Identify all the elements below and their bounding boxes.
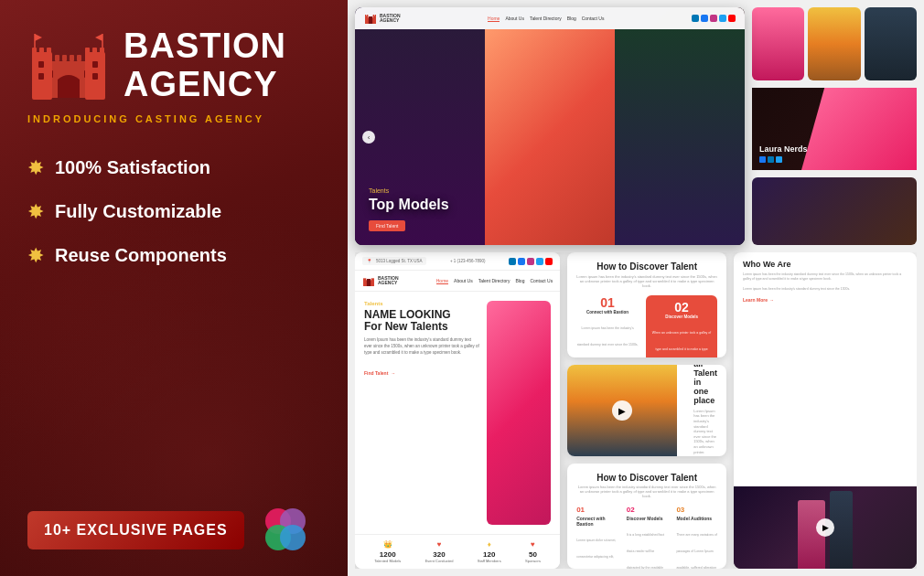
brand-name: BASTION AGENCY [124, 27, 286, 104]
who-we-are-title: Who We Are [734, 252, 917, 272]
svg-rect-13 [100, 48, 104, 55]
mini-nav-talent[interactable]: Talent Directory [530, 16, 562, 22]
discover-main-title: How to Discover Talent [576, 473, 717, 483]
website2-stats: 👑 1200 Talented Models ♥ 320 Event Condu… [355, 534, 560, 569]
staff-members-number: 120 [483, 550, 495, 559]
feature-reuse: ✸ Reuse Components [27, 244, 320, 268]
discover-main-desc: Lorem ipsum has been the industry standa… [576, 485, 717, 498]
w2-nav-contact[interactable]: Contact Us [530, 278, 553, 284]
preview-top: BASTIONAGENCY Home About Us Talent Direc… [355, 7, 917, 245]
w2-hero-title: NAME LOOKING For New Talents [364, 309, 479, 333]
three-step-3-desc: There are many variations of passages of… [676, 533, 717, 569]
hero-cta-button[interactable]: Find Talent [369, 220, 405, 231]
discover-title: How to Discover Talent [576, 261, 717, 272]
address-bar: 📍 5013 Logged St. TX USA [362, 257, 426, 265]
mini-nav-contact[interactable]: Contact Us [582, 16, 605, 22]
model-card-bg [801, 88, 917, 170]
w2-nav-about[interactable]: About Us [454, 278, 473, 284]
hero-prev-arrow[interactable]: ‹ [362, 131, 375, 144]
heart-icon-event: ♥ [437, 540, 442, 549]
feature-text-satisfaction: 100% Satisfaction [55, 157, 210, 178]
video-thumbnail: ▶ [567, 365, 677, 456]
website2-brand: BASTIONAGENCY [378, 276, 399, 286]
svg-rect-20 [38, 73, 44, 80]
w2-find-talent-btn[interactable]: Find Talent → [364, 370, 395, 376]
features-list: ✸ 100% Satisfaction ✸ Fully Customizable… [27, 156, 320, 268]
preview-side-col: Laura Nerds [752, 7, 917, 245]
svg-rect-1 [61, 82, 76, 98]
svg-rect-7 [32, 48, 37, 55]
step-1-number: 01 [576, 295, 639, 310]
video-desc: Lorem Ipsum has been the industry's stan… [693, 409, 717, 454]
photo-thumb-pink [752, 7, 804, 80]
w2-ig-icon [527, 258, 534, 265]
step-1: 01 Connect with Bastion Lorem ipsum has … [576, 295, 639, 357]
event-conducted-number: 320 [433, 550, 445, 559]
youtube-icon [728, 15, 736, 22]
three-steps-row: 01 Connect with Bastion Lorem ipsum dolo… [576, 506, 717, 569]
hero-title: Top Models [369, 197, 449, 213]
model-tw-icon [776, 156, 782, 163]
w2-nav-home[interactable]: Home [436, 278, 448, 284]
feature-text-customizable: Fully Customizable [55, 201, 221, 222]
preview-website2: 📍 5013 Logged St. TX USA + 1 (123-456-78… [355, 252, 560, 569]
three-step-3: 03 Model Auditions There are many variat… [676, 506, 717, 569]
staff-members-label: Staff Members [478, 559, 501, 563]
circles-icon [258, 503, 313, 558]
photo-thumb-gold [808, 7, 860, 80]
video-text: Find all Talent in one place Lorem Ipsum… [684, 365, 726, 456]
svg-rect-41 [367, 279, 371, 286]
address-text: 5013 Logged St. TX USA [376, 259, 422, 263]
side-col-filler [752, 177, 917, 245]
svg-marker-25 [95, 34, 102, 41]
who-play-button[interactable]: ▶ [816, 518, 834, 537]
w2-yt-icon [545, 258, 553, 265]
heart-icon-sponsors: ♥ [531, 540, 535, 549]
linkedin-icon [692, 15, 699, 22]
w2-nav-blog[interactable]: Blog [515, 278, 524, 284]
tagline: INDRODUCING CASTING AGENCY [27, 113, 320, 124]
step-1-desc: Lorem ipsum has been the industry's stan… [577, 326, 639, 357]
play-button[interactable]: ▶ [612, 400, 632, 421]
website2-logo: BASTIONAGENCY [362, 275, 399, 286]
event-conducted-label: Event Conducted [425, 559, 454, 563]
castle-icon [27, 29, 110, 102]
star-icon-satisfaction: ✸ [27, 156, 44, 180]
feature-satisfaction: ✸ 100% Satisfaction [27, 156, 320, 180]
facebook-icon [701, 15, 708, 22]
stat-staff-members: ♦ 120 Staff Members [478, 540, 501, 563]
mini-nav-about[interactable]: About Us [505, 16, 524, 22]
who-we-are-desc2: Lorem ipsum has been the industry's stan… [734, 287, 917, 297]
w2-nav-talent[interactable]: Talent Directory [478, 278, 510, 284]
model-card: Laura Nerds [752, 88, 917, 170]
mini-nav-logo: BASTIONAGENCY [364, 13, 401, 24]
star-icon-reuse: ✸ [27, 244, 44, 268]
step-2: 02 Discover Models When an unknown print… [646, 295, 717, 357]
mini-nav-links: Home About Us Talent Directory Blog Cont… [488, 16, 604, 22]
mini-nav-social [692, 15, 736, 22]
model-social-icons [759, 156, 782, 163]
three-step-2-title: Discover Models [627, 516, 668, 521]
feature-customizable: ✸ Fully Customizable [27, 200, 320, 224]
three-step-1-title: Connect with Bastion [576, 516, 618, 527]
who-learn-more-btn[interactable]: Learn More → [734, 297, 917, 308]
mini-nav-blog[interactable]: Blog [567, 16, 576, 22]
exclusive-badge: 10+ EXCLUSIVE PAGES [27, 511, 244, 549]
mini-nav-home[interactable]: Home [488, 16, 500, 22]
svg-rect-9 [47, 48, 51, 55]
svg-rect-17 [77, 55, 81, 61]
talented-models-number: 1200 [380, 550, 396, 559]
stat-sponsors: ♥ 50 Sponsors [525, 540, 541, 563]
three-step-1: 01 Connect with Bastion Lorem ipsum dolo… [576, 506, 618, 569]
mini-nav-brand: BASTIONAGENCY [380, 14, 401, 24]
website2-hero-left: Talents NAME LOOKING For New Talents Lor… [364, 301, 479, 525]
model-li-icon [768, 156, 774, 163]
svg-rect-40 [371, 278, 374, 286]
preview-video: ▶ Find all Talent in one place Lorem Ips… [567, 365, 726, 456]
star-icon-customizable: ✸ [27, 200, 44, 224]
preview-bottom: 📍 5013 Logged St. TX USA + 1 (123-456-78… [355, 252, 917, 569]
w2-hero-image [487, 301, 551, 525]
three-step-3-num: 03 [676, 506, 717, 514]
three-step-1-desc: Lorem ipsum dolor sit amet, consectetur … [576, 539, 616, 569]
location-icon: 📍 [367, 259, 372, 263]
